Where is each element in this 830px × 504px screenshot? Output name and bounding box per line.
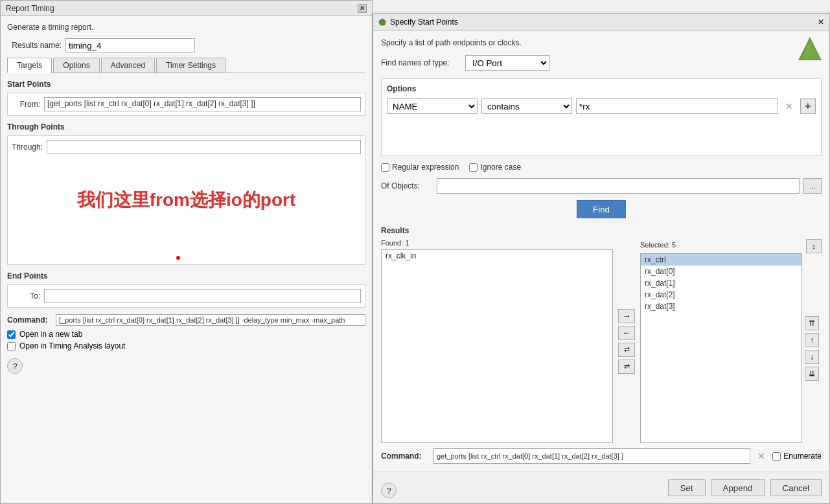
regular-expression-label: Regular expression [381, 163, 459, 172]
arrow-double-left-btn[interactable]: ⇌ [618, 360, 635, 374]
find-row: Find names of type: I/O Port Clock Regis… [381, 55, 822, 71]
enumerate-checkbox[interactable] [772, 452, 781, 461]
name-filter-select[interactable]: NAME TYPE [387, 98, 478, 114]
specify-desc: Specify a list of path endpoints or cloc… [381, 38, 822, 47]
open-new-tab-checkbox[interactable] [7, 330, 16, 339]
from-label: From: [12, 100, 44, 109]
results-name-row: Results name: [7, 38, 365, 52]
enumerate-label: Enumerate [783, 452, 822, 461]
tabs-bar: Targets Options Advanced Timer Settings [7, 58, 365, 73]
footer-btn-group: Set Append Cancel [668, 479, 822, 496]
specify-command-clear-btn[interactable]: ✕ [754, 449, 768, 463]
append-btn[interactable]: Append [711, 479, 765, 496]
filter-clear-btn[interactable]: ✕ [782, 99, 796, 113]
list-item[interactable]: rx_dat[2] [641, 289, 801, 301]
report-timing-close[interactable]: ✕ [358, 4, 367, 13]
results-name-input[interactable] [65, 38, 195, 52]
contains-filter-select[interactable]: contains equals starts with ends with [481, 98, 572, 114]
open-timing-layout-checkbox[interactable] [7, 342, 16, 350]
results-found-meta: Found: 1 [381, 239, 613, 247]
list-item[interactable]: rx_ctrl [641, 254, 801, 266]
move-top-btn[interactable]: ⇈ [805, 316, 819, 330]
to-value[interactable] [44, 289, 361, 303]
browse-btn[interactable]: ... [803, 178, 822, 194]
results-name-label: Results name: [7, 41, 65, 50]
list-item[interactable]: rx_clk_in [382, 250, 612, 262]
arrow-left-btn[interactable]: ← [618, 326, 635, 340]
report-timing-help-btn[interactable]: ? [7, 358, 23, 374]
ignore-case-label: Ignore case [469, 163, 521, 172]
move-down-btn[interactable]: ↓ [805, 350, 819, 364]
open-new-tab-label: Open in a new tab [19, 330, 82, 339]
open-timing-layout-label: Open in Timing Analysis layout [19, 341, 125, 350]
arrow-btns: → ← ⇌ ⇌ [616, 239, 638, 443]
specify-help-btn[interactable]: ? [381, 483, 397, 498]
list-item[interactable]: rx_dat[0] [641, 266, 801, 277]
move-bottom-btn[interactable]: ⇊ [805, 367, 819, 381]
find-button[interactable]: Find [577, 200, 626, 218]
of-objects-label: Of Objects: [381, 181, 433, 190]
results-right: Selected: 5 ↕ rx_ctrl rx_dat[0] rx_dat[1… [640, 239, 822, 443]
start-points-title: Start Points [7, 80, 365, 89]
start-points-box: From: [get_ports [list rx_ctrl rx_dat[0]… [7, 93, 365, 116]
specify-command-row: Command: ✕ Enumerate [381, 448, 822, 464]
specify-body: Specify a list of path endpoints or cloc… [373, 30, 829, 472]
enumerate-row: Enumerate [772, 452, 822, 461]
tab-targets[interactable]: Targets [7, 58, 52, 73]
set-btn[interactable]: Set [668, 479, 706, 496]
tab-advanced[interactable]: Advanced [101, 58, 155, 73]
through-points-title: Through Points [7, 122, 365, 132]
specify-footer: ? Set Append Cancel [373, 472, 829, 503]
tab-timer-settings[interactable]: Timer Settings [156, 58, 225, 73]
from-row: From: [get_ports [list rx_ctrl rx_dat[0]… [12, 97, 361, 111]
results-left: Found: 1 rx_clk_in [381, 239, 613, 443]
of-objects-input[interactable] [437, 178, 800, 194]
through-points-box: Through: 我们这里from选择io的port [7, 135, 365, 265]
specify-command-label: Command: [381, 452, 430, 461]
ignore-case-checkbox[interactable] [469, 163, 478, 172]
regular-expression-checkbox[interactable] [381, 163, 389, 172]
filter-value-input[interactable] [576, 98, 778, 114]
add-filter-btn[interactable]: + [800, 98, 816, 114]
annotation-text: 我们这里from选择io的port [77, 188, 296, 212]
list-item[interactable]: rx_dat[3] [641, 301, 801, 312]
arrow-double-right-btn[interactable]: ⇌ [618, 343, 635, 357]
report-timing-body: Generate a timing report. Results name: … [1, 16, 372, 503]
open-timing-layout-row: Open in Timing Analysis layout [7, 341, 365, 350]
specify-logo [797, 36, 823, 62]
sort-btn[interactable]: ↕ [806, 239, 822, 253]
to-label: To: [12, 292, 44, 301]
specify-command-input[interactable] [433, 448, 750, 464]
to-row: To: [12, 289, 361, 303]
command-row: Command: [_ports [list rx_ctrl rx_dat[0]… [7, 314, 365, 326]
check-row: Regular expression Ignore case [381, 163, 822, 172]
specify-title: Specify Start Points [390, 17, 458, 27]
red-dot [176, 256, 180, 260]
move-up-btn[interactable]: ↑ [805, 333, 819, 347]
report-timing-title: Report Timing [6, 4, 54, 13]
through-row: Through: [12, 140, 361, 154]
report-timing-desc: Generate a timing report. [7, 23, 365, 32]
command-label: Command: [7, 315, 56, 325]
find-type-select[interactable]: I/O Port Clock Register [465, 55, 549, 71]
specify-close-btn[interactable]: ✕ [818, 17, 824, 27]
tab-options[interactable]: Options [53, 58, 99, 73]
results-title: Results [381, 226, 822, 235]
list-item[interactable]: rx_dat[1] [641, 277, 801, 289]
specify-title-icon: ⬟ [378, 17, 386, 27]
cancel-btn[interactable]: Cancel [770, 479, 822, 496]
of-objects-row: Of Objects: ... [381, 178, 822, 194]
results-left-list[interactable]: rx_clk_in [381, 249, 613, 443]
results-right-list[interactable]: rx_ctrl rx_dat[0] rx_dat[1] rx_dat[2] rx… [640, 253, 802, 443]
specify-start-points-window: ⬟ Specify Start Points ✕ Specify a list … [373, 13, 830, 504]
find-label: Find names of type: [381, 58, 465, 67]
open-new-tab-row: Open in a new tab [7, 330, 365, 339]
from-value[interactable]: [get_ports [list rx_ctrl rx_dat[0] rx_da… [44, 97, 361, 111]
through-value[interactable] [47, 140, 361, 154]
report-timing-titlebar: Report Timing ✕ [1, 1, 372, 16]
move-btns: ⇈ ↑ ↓ ⇊ [802, 253, 822, 443]
options-section: Options NAME TYPE contains equals starts… [381, 78, 822, 156]
through-label: Through: [12, 143, 47, 152]
end-points-box: To: [7, 284, 365, 308]
arrow-right-btn[interactable]: → [618, 309, 635, 323]
